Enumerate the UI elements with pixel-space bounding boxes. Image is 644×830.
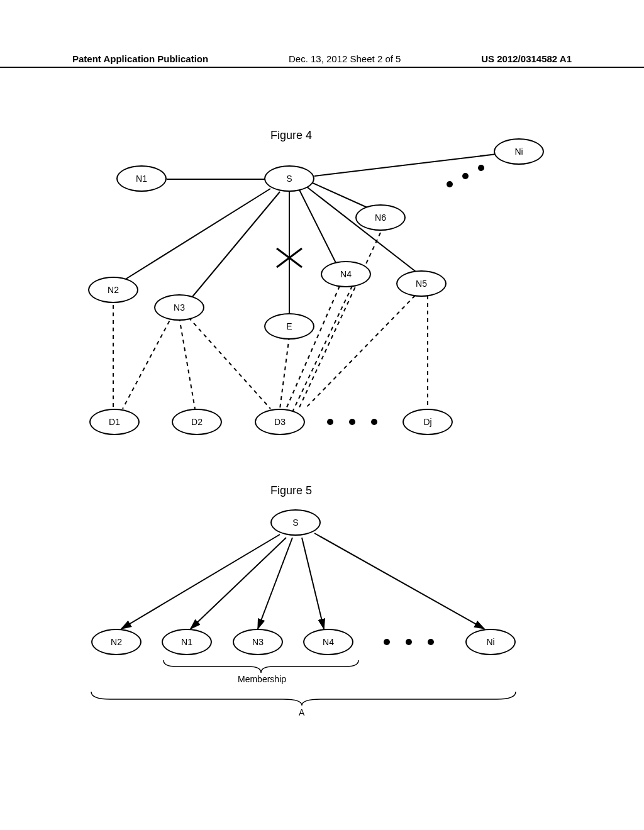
svg-line-22 [258,538,292,629]
node-n2-fig5: N2 [91,629,142,655]
svg-line-5 [305,185,418,274]
node-d2-fig4: D2 [172,409,222,435]
svg-line-13 [189,318,270,409]
node-n1-fig5: N1 [162,629,212,655]
node-e-fig4: E [264,313,314,340]
svg-line-23 [302,538,324,629]
node-n4-fig4: N4 [321,261,371,287]
ellipsis-dot [384,639,390,645]
figure-5-title: Figure 5 [270,484,312,497]
date-sheet: Dec. 13, 2012 Sheet 2 of 5 [289,53,401,64]
svg-line-7 [314,154,497,176]
node-n1-fig4: N1 [116,165,167,192]
publication-number: US 2012/0314582 A1 [481,53,572,64]
node-n3-fig4: N3 [154,294,204,321]
ellipsis-dot [462,173,469,179]
node-ni-fig4: Ni [494,138,544,165]
figure-4-title: Figure 4 [270,129,312,142]
node-n2-fig4: N2 [88,277,138,303]
node-n6-fig4: N6 [355,204,406,231]
svg-line-9 [277,248,302,267]
svg-line-20 [121,534,280,629]
node-n4-fig5: N4 [303,629,353,655]
node-s-fig4: S [264,165,314,192]
svg-line-21 [191,538,286,629]
node-s-fig5: S [270,509,321,536]
svg-line-11 [123,314,173,409]
svg-line-8 [277,248,302,267]
ellipsis-dot [371,419,377,425]
svg-line-18 [305,296,415,409]
svg-line-1 [119,189,270,283]
svg-line-2 [186,192,280,305]
ellipsis-dot [428,639,434,645]
node-ni-fig5: Ni [465,629,516,655]
svg-line-15 [286,286,340,409]
node-dj-fig4: Dj [402,409,453,435]
svg-line-24 [314,533,484,629]
membership-label: Membership [238,674,286,684]
node-d3-fig4: D3 [255,409,305,435]
svg-line-14 [280,336,289,409]
figure-4-edges [0,0,644,472]
node-d1-fig4: D1 [89,409,140,435]
publication-type: Patent Application Publication [72,53,208,64]
node-n5-fig4: N5 [396,270,447,297]
svg-line-16 [292,286,352,412]
page-header: Patent Application Publication Dec. 13, … [0,53,644,68]
svg-line-4 [299,189,336,264]
ellipsis-dot [327,419,333,425]
node-n3-fig5: N3 [233,629,283,655]
ellipsis-dot [349,419,355,425]
ellipsis-dot [447,181,453,187]
svg-line-12 [179,318,195,409]
ellipsis-dot [406,639,412,645]
ellipsis-dot [478,165,484,171]
a-label: A [299,707,304,717]
